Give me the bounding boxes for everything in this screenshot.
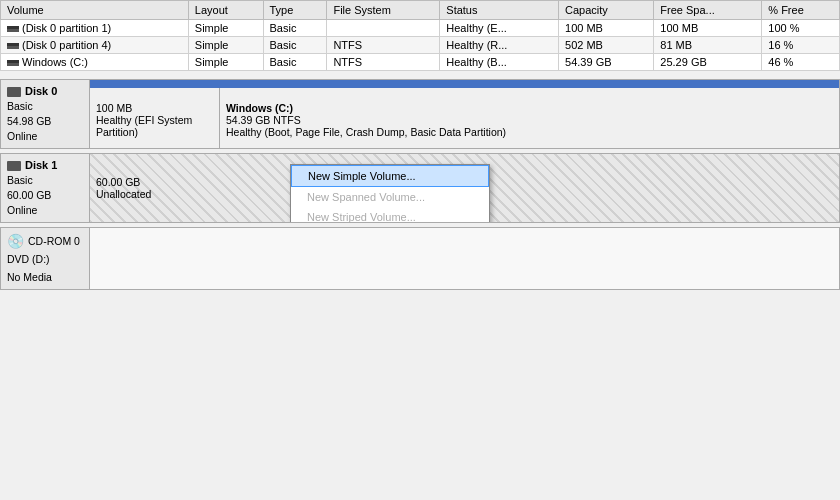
cell-layout: Simple bbox=[188, 20, 263, 37]
disk1-status: Online bbox=[7, 203, 83, 218]
cell-status: Healthy (B... bbox=[440, 54, 559, 71]
table-row[interactable]: Windows (C:) Simple Basic NTFS Healthy (… bbox=[1, 54, 840, 71]
menu-item: New Spanned Volume... bbox=[291, 187, 489, 207]
col-status: Status bbox=[440, 1, 559, 20]
cdrom-icon: 💿 bbox=[7, 232, 24, 252]
disk0-label: Disk 0 Basic 54.98 GB Online bbox=[0, 79, 90, 149]
disk1-size: 60.00 GB bbox=[7, 188, 83, 203]
disk0-name: Disk 0 bbox=[25, 84, 57, 99]
disk0-icon bbox=[7, 87, 21, 97]
disk1-type: Basic bbox=[7, 173, 83, 188]
table-row[interactable]: (Disk 0 partition 1) Simple Basic Health… bbox=[1, 20, 840, 37]
cdrom-name: CD-ROM 0 bbox=[28, 234, 80, 249]
cdrom-label: 💿 CD-ROM 0 DVD (D:) No Media bbox=[0, 227, 90, 290]
cell-layout: Simple bbox=[188, 54, 263, 71]
disk0-partition2[interactable]: Windows (C:) 54.39 GB NTFS Healthy (Boot… bbox=[220, 80, 839, 148]
cell-type: Basic bbox=[263, 54, 327, 71]
cdrom-type: DVD (D:) bbox=[7, 252, 83, 267]
cdrom-row: 💿 CD-ROM 0 DVD (D:) No Media bbox=[0, 227, 840, 290]
disk0-p2-name: Windows (C:) bbox=[226, 102, 833, 114]
cell-volume: (Disk 0 partition 1) bbox=[1, 20, 189, 37]
col-layout: Layout bbox=[188, 1, 263, 20]
cell-status: Healthy (E... bbox=[440, 20, 559, 37]
cell-volume: Windows (C:) bbox=[1, 54, 189, 71]
cell-freespace: 81 MB bbox=[654, 37, 762, 54]
table-row[interactable]: (Disk 0 partition 4) Simple Basic NTFS H… bbox=[1, 37, 840, 54]
disk1-icon bbox=[7, 161, 21, 171]
disk1-label: Disk 1 Basic 60.00 GB Online bbox=[0, 153, 90, 223]
disk0-p2-size: 54.39 GB NTFS bbox=[226, 114, 833, 126]
cell-percentfree: 100 % bbox=[762, 20, 840, 37]
disk0-p1-label: Healthy (EFI System Partition) bbox=[96, 114, 213, 138]
disk0-type: Basic bbox=[7, 99, 83, 114]
disk0-status: Online bbox=[7, 129, 83, 144]
disk0-content: 100 MB Healthy (EFI System Partition) Wi… bbox=[90, 79, 840, 149]
disk0-p1-size: 100 MB bbox=[96, 102, 213, 114]
context-menu: New Simple Volume...New Spanned Volume..… bbox=[290, 164, 490, 222]
cell-filesystem bbox=[327, 20, 440, 37]
cell-filesystem: NTFS bbox=[327, 54, 440, 71]
col-freespace: Free Spa... bbox=[654, 1, 762, 20]
disk0-header-bar bbox=[90, 80, 839, 88]
cell-layout: Simple bbox=[188, 37, 263, 54]
cell-percentfree: 46 % bbox=[762, 54, 840, 71]
cell-volume: (Disk 0 partition 4) bbox=[1, 37, 189, 54]
disk-map: Disk 0 Basic 54.98 GB Online 100 MB Heal… bbox=[0, 71, 840, 298]
disk1-row: Disk 1 Basic 60.00 GB Online 60.00 GB Un… bbox=[0, 153, 840, 223]
cell-status: Healthy (R... bbox=[440, 37, 559, 54]
col-volume: Volume bbox=[1, 1, 189, 20]
col-type: Type bbox=[263, 1, 327, 20]
menu-item[interactable]: New Simple Volume... bbox=[291, 165, 489, 187]
menu-item: New Striped Volume... bbox=[291, 207, 489, 222]
cell-capacity: 54.39 GB bbox=[559, 54, 654, 71]
cell-percentfree: 16 % bbox=[762, 37, 840, 54]
cell-freespace: 100 MB bbox=[654, 20, 762, 37]
disk-management-table: Volume Layout Type File System Status Ca… bbox=[0, 0, 840, 71]
disk0-size: 54.98 GB bbox=[7, 114, 83, 129]
cdrom-content bbox=[90, 227, 840, 290]
disk0-row: Disk 0 Basic 54.98 GB Online 100 MB Heal… bbox=[0, 79, 840, 149]
cell-type: Basic bbox=[263, 20, 327, 37]
disk0-p2-label: Healthy (Boot, Page File, Crash Dump, Ba… bbox=[226, 126, 833, 138]
cell-capacity: 502 MB bbox=[559, 37, 654, 54]
disk1-unallocated[interactable]: 60.00 GB Unallocated New Simple Volume..… bbox=[90, 154, 839, 222]
disk1-content: 60.00 GB Unallocated New Simple Volume..… bbox=[90, 153, 840, 223]
disk1-name: Disk 1 bbox=[25, 158, 57, 173]
disk0-partition1[interactable]: 100 MB Healthy (EFI System Partition) bbox=[90, 80, 220, 148]
cell-freespace: 25.29 GB bbox=[654, 54, 762, 71]
cell-filesystem: NTFS bbox=[327, 37, 440, 54]
cdrom-status: No Media bbox=[7, 270, 83, 285]
col-percentfree: % Free bbox=[762, 1, 840, 20]
cell-type: Basic bbox=[263, 37, 327, 54]
col-filesystem: File System bbox=[327, 1, 440, 20]
col-capacity: Capacity bbox=[559, 1, 654, 20]
cell-capacity: 100 MB bbox=[559, 20, 654, 37]
